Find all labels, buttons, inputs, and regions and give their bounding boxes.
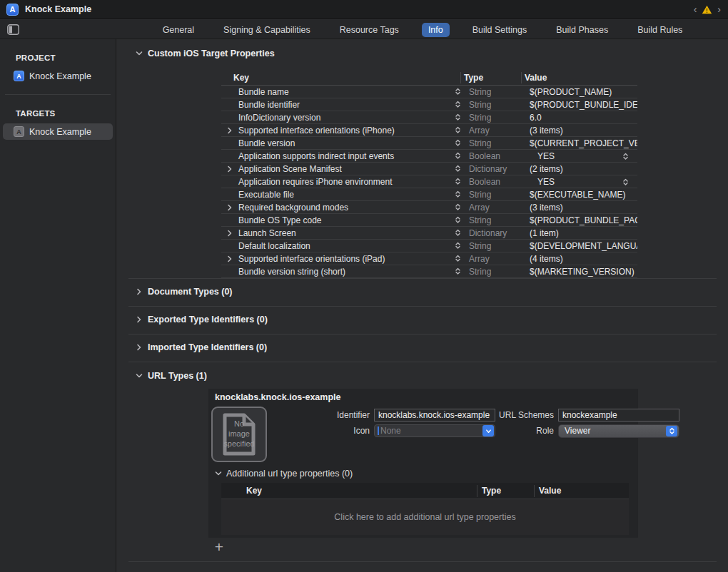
- property-row[interactable]: Bundle version String $(CURRENT_PROJECT_…: [221, 137, 637, 150]
- property-row[interactable]: Application requires iPhone environment …: [221, 175, 637, 188]
- property-value-cell[interactable]: 6.0: [527, 113, 637, 123]
- column-header-type: Type: [460, 72, 521, 83]
- key-stepper-icon[interactable]: [450, 178, 465, 185]
- key-stepper-icon[interactable]: [450, 113, 465, 121]
- value-stepper-icon[interactable]: [622, 178, 629, 187]
- property-row[interactable]: Bundle identifier String $(PRODUCT_BUNDL…: [221, 98, 637, 111]
- key-stepper-icon[interactable]: [450, 255, 465, 262]
- property-value: $(PRODUCT_BUNDLE_PACKAGE_TYPE): [530, 215, 637, 225]
- identifier-field[interactable]: knocklabs.knock.ios-example: [374, 409, 495, 422]
- imported-type-ids-section-header[interactable]: Imported Type Identifiers (0): [136, 342, 267, 352]
- property-value: (1 item): [530, 228, 559, 238]
- key-stepper-icon[interactable]: [450, 126, 465, 134]
- key-stepper-icon[interactable]: [450, 216, 465, 224]
- sidebar-item-target[interactable]: A Knock Example: [3, 123, 113, 140]
- value-stepper-icon[interactable]: [622, 153, 629, 161]
- key-stepper-icon[interactable]: [450, 267, 465, 275]
- document-types-section-header[interactable]: Document Types (0): [136, 287, 233, 297]
- key-stepper-icon[interactable]: [450, 88, 465, 96]
- icon-combo-value: None: [380, 426, 482, 436]
- property-row[interactable]: Bundle OS Type code String $(PRODUCT_BUN…: [221, 214, 637, 227]
- key-stepper-icon[interactable]: [450, 190, 465, 198]
- property-value-cell[interactable]: $(PRODUCT_BUNDLE_PACKAGE_TYPE): [527, 215, 637, 225]
- property-value-cell[interactable]: YES: [527, 151, 637, 161]
- icon-combo-box[interactable]: None: [374, 424, 495, 437]
- combo-dropdown-button[interactable]: [482, 425, 494, 436]
- property-value: $(PRODUCT_BUNDLE_IDENTIFIER): [530, 100, 637, 110]
- property-key: InfoDictionary version: [238, 113, 450, 123]
- property-value-cell[interactable]: $(EXECUTABLE_NAME): [527, 190, 637, 200]
- key-stepper-icon[interactable]: [450, 229, 465, 237]
- property-value: 6.0: [530, 113, 542, 123]
- property-row[interactable]: Bundle version string (short) String $(M…: [221, 265, 637, 278]
- key-stepper-icon[interactable]: [450, 165, 465, 173]
- property-type: Boolean: [465, 177, 527, 187]
- property-value-cell[interactable]: (4 items): [527, 254, 637, 264]
- additional-properties-table: Key Type Value Click here to add additio…: [221, 483, 629, 535]
- property-value-cell[interactable]: $(PRODUCT_NAME): [527, 87, 637, 97]
- key-stepper-icon[interactable]: [450, 152, 465, 160]
- target-editor-tabs: GeneralSigning & CapabilitiesResource Ta…: [117, 20, 728, 39]
- additional-table-empty-area[interactable]: Click here to add additional url type pr…: [221, 499, 629, 535]
- property-value-cell[interactable]: $(CURRENT_PROJECT_VERSION): [527, 138, 637, 148]
- url-type-image-well[interactable]: Noimagespecified: [211, 407, 267, 462]
- sidebar-toggle-icon[interactable]: [7, 24, 19, 35]
- no-image-label: Noimagespecified: [223, 419, 254, 449]
- tab-signing-capabilities[interactable]: Signing & Capabilities: [217, 23, 317, 37]
- tab-info[interactable]: Info: [422, 23, 450, 37]
- custom-properties-table: Key Type Value Bundle name String $(PROD…: [221, 70, 637, 278]
- property-row[interactable]: Bundle name String $(PRODUCT_NAME): [221, 86, 637, 98]
- chevron-right-icon: [226, 201, 233, 214]
- property-row[interactable]: Supported interface orientations (iPad) …: [221, 252, 637, 265]
- property-value-cell[interactable]: $(MARKETING_VERSION): [527, 267, 637, 277]
- role-popup-value: Viewer: [565, 426, 666, 436]
- url-schemes-field[interactable]: knockexample: [558, 409, 679, 422]
- tab-build-phases[interactable]: Build Phases: [550, 23, 615, 37]
- property-row[interactable]: InfoDictionary version String 6.0: [221, 111, 637, 124]
- role-popup-button[interactable]: Viewer: [558, 424, 679, 438]
- property-value-cell[interactable]: $(DEVELOPMENT_LANGUAGE): [527, 241, 637, 251]
- tab-build-rules[interactable]: Build Rules: [631, 23, 689, 37]
- additional-properties-header[interactable]: Additional url type properties (0): [215, 469, 638, 479]
- property-value-cell[interactable]: (3 items): [527, 126, 637, 136]
- add-url-type-button[interactable]: +: [212, 541, 226, 555]
- property-value-cell[interactable]: (3 items): [527, 203, 637, 213]
- property-row[interactable]: Required background modes Array (3 items…: [221, 201, 637, 214]
- property-value-cell[interactable]: (1 item): [527, 228, 637, 238]
- tab-resource-tags[interactable]: Resource Tags: [333, 23, 405, 37]
- warning-icon[interactable]: [702, 5, 712, 14]
- property-row[interactable]: Application Scene Manifest Dictionary (2…: [221, 163, 637, 175]
- property-value-cell[interactable]: (2 items): [527, 164, 637, 174]
- property-key: Supported interface orientations (iPhone…: [238, 126, 450, 136]
- chevron-down-icon: [215, 470, 222, 477]
- property-row[interactable]: Application supports indirect input even…: [221, 150, 637, 163]
- key-stepper-icon[interactable]: [450, 242, 465, 250]
- key-stepper-icon[interactable]: [450, 139, 465, 147]
- sidebar-item-project[interactable]: A Knock Example: [3, 68, 113, 84]
- property-value: YES: [537, 151, 555, 161]
- property-type: Dictionary: [465, 228, 527, 238]
- property-value-cell[interactable]: YES: [527, 177, 637, 187]
- property-row[interactable]: Launch Screen Dictionary (1 item): [221, 227, 637, 240]
- property-row[interactable]: Default localization String $(DEVELOPMEN…: [221, 240, 637, 252]
- property-row[interactable]: Supported interface orientations (iPhone…: [221, 124, 637, 137]
- property-row[interactable]: Executable file String $(EXECUTABLE_NAME…: [221, 188, 637, 201]
- project-app-icon: A: [6, 4, 19, 16]
- back-button[interactable]: ‹: [694, 4, 697, 14]
- url-types-section-header[interactable]: URL Types (1): [136, 371, 207, 381]
- key-stepper-icon[interactable]: [450, 101, 465, 108]
- section-title: Imported Type Identifiers (0): [148, 342, 267, 352]
- key-stepper-icon[interactable]: [450, 203, 465, 211]
- column-header-key: Key: [221, 73, 460, 83]
- xcode-window: A Knock Example ‹ › GeneralSigning & Cap…: [0, 0, 728, 572]
- chevron-down-icon: [136, 50, 143, 57]
- exported-type-ids-section-header[interactable]: Exported Type Identifiers (0): [136, 315, 268, 325]
- custom-properties-section-header[interactable]: Custom iOS Target Properties: [136, 48, 275, 58]
- tab-general[interactable]: General: [156, 23, 201, 37]
- tab-build-settings[interactable]: Build Settings: [466, 23, 533, 37]
- section-divider: [128, 362, 717, 362]
- role-label: Role: [495, 426, 558, 436]
- bottom-divider: [128, 561, 717, 562]
- property-value-cell[interactable]: $(PRODUCT_BUNDLE_IDENTIFIER): [527, 100, 637, 110]
- forward-button[interactable]: ›: [717, 4, 721, 14]
